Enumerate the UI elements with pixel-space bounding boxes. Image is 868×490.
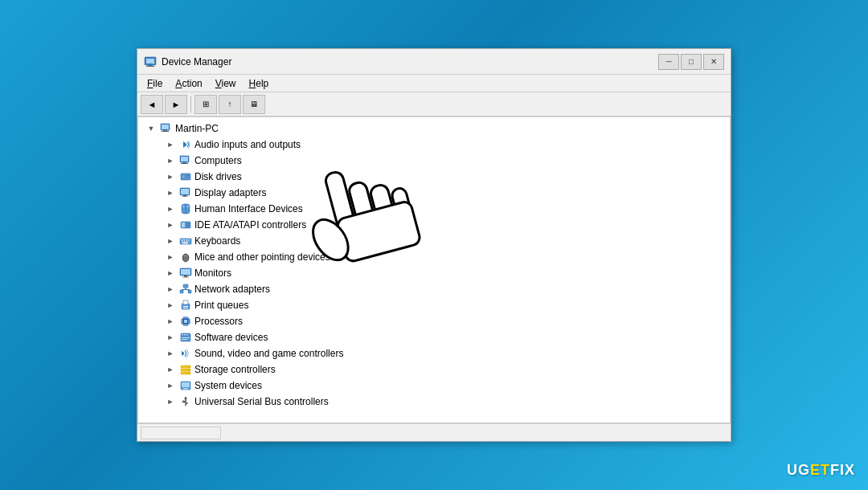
expand-system[interactable]: ► [164, 379, 177, 392]
expand-print[interactable]: ► [164, 299, 177, 312]
tree-item-sound-label: Sound, video and game controllers [194, 348, 343, 359]
tree-item-ide[interactable]: ► IDE ATA/ATAPI controllers [138, 217, 730, 233]
svg-rect-51 [188, 290, 191, 293]
expand-usb[interactable]: ► [164, 395, 177, 408]
system-icon [179, 379, 192, 392]
expand-computers[interactable]: ► [164, 154, 177, 167]
tree-item-processors-label: Processors [194, 316, 243, 327]
tree-item-processors[interactable]: ► [138, 313, 730, 329]
toolbar-forward[interactable]: ► [165, 95, 187, 114]
tree-item-hid[interactable]: ► Human Interface Devices [138, 201, 730, 217]
tree-item-system[interactable]: ► System devices [138, 378, 730, 394]
device-tree: ▼ Martin-PC ► [137, 116, 731, 423]
svg-rect-39 [186, 242, 188, 243]
svg-rect-28 [182, 223, 185, 227]
tree-item-disk-label: Disk drives [194, 171, 242, 182]
svg-rect-17 [186, 175, 189, 176]
svg-rect-46 [181, 269, 190, 275]
menu-file[interactable]: File [141, 76, 169, 91]
tree-item-print-label: Print queues [194, 300, 248, 311]
device-manager-window: Device Manager ─ □ ✕ File Action View He… [137, 48, 731, 442]
maximize-button[interactable]: □ [681, 54, 702, 70]
tree-item-disk[interactable]: ► Disk drives [138, 169, 730, 185]
tree-item-software-label: Software devices [194, 332, 268, 343]
watermark-highlight: ET [810, 462, 830, 478]
computers-icon [179, 154, 192, 167]
svg-rect-59 [181, 304, 182, 305]
toolbar-scan[interactable]: 🖥 [243, 95, 265, 114]
expand-software[interactable]: ► [164, 331, 177, 344]
toolbar-update[interactable]: ↑ [219, 95, 241, 114]
svg-rect-31 [186, 227, 188, 227]
tree-item-software[interactable]: ► Software devices [138, 329, 730, 345]
expand-disk[interactable]: ► [164, 170, 177, 183]
svg-point-44 [185, 255, 187, 256]
toolbar-properties[interactable]: ⊞ [194, 95, 217, 114]
expand-storage[interactable]: ► [164, 363, 177, 376]
expand-ide[interactable]: ► [164, 218, 177, 231]
expand-network[interactable]: ► [164, 283, 177, 296]
tree-item-sound[interactable]: ► Sound, video and game controllers [138, 345, 730, 361]
svg-rect-8 [162, 131, 169, 132]
svg-rect-38 [184, 242, 186, 243]
tree-item-print[interactable]: ► Print queues [138, 297, 730, 313]
status-bar [137, 423, 731, 441]
expand-display[interactable]: ► [164, 186, 177, 199]
expand-keyboards[interactable]: ► [164, 235, 177, 247]
menu-help[interactable]: Help [243, 76, 276, 91]
toolbar-back[interactable]: ◄ [141, 95, 163, 114]
svg-rect-1 [146, 59, 154, 63]
expand-hid[interactable]: ► [164, 202, 177, 215]
expand-mice[interactable]: ► [164, 251, 177, 263]
svg-rect-34 [183, 239, 185, 241]
storage-icon [179, 363, 192, 376]
svg-rect-20 [181, 189, 189, 194]
svg-rect-57 [183, 306, 188, 307]
tree-item-system-label: System devices [194, 380, 262, 391]
tree-item-monitors[interactable]: ► Monitors [138, 265, 730, 281]
svg-rect-30 [186, 225, 190, 226]
svg-rect-40 [182, 243, 188, 244]
menu-action[interactable]: Action [169, 76, 208, 91]
tree-item-computers[interactable]: ► Computers [138, 153, 730, 169]
tree-item-mice[interactable]: ► Mice and other pointing devices [138, 249, 730, 265]
svg-rect-50 [180, 290, 183, 293]
expand-root[interactable]: ▼ [145, 122, 158, 135]
svg-rect-13 [181, 163, 188, 164]
tree-item-display[interactable]: ► Display adapters [138, 185, 730, 201]
svg-rect-79 [186, 334, 188, 336]
tree-item-network[interactable]: ► Network adapters [138, 281, 730, 297]
tree-item-storage[interactable]: ► Storage controllers [138, 361, 730, 378]
tree-item-keyboards[interactable]: ► Keyboards [138, 233, 730, 249]
svg-rect-81 [182, 339, 187, 340]
expand-audio[interactable]: ► [164, 138, 177, 151]
tree-item-network-label: Network adapters [194, 284, 270, 295]
tree-item-usb[interactable]: ► Universal Serial Bus controllers [138, 394, 730, 410]
software-icon [179, 331, 192, 344]
tree-item-computers-label: Computers [194, 155, 242, 166]
close-button[interactable]: ✕ [703, 54, 724, 70]
svg-line-53 [182, 289, 186, 290]
expand-processors[interactable]: ► [164, 315, 177, 328]
svg-rect-3 [146, 66, 154, 67]
svg-rect-11 [181, 157, 188, 161]
svg-point-25 [183, 206, 185, 207]
svg-rect-58 [183, 308, 188, 308]
minimize-button[interactable]: ─ [658, 54, 679, 70]
tree-root[interactable]: ▼ Martin-PC [138, 120, 730, 137]
svg-point-16 [182, 176, 183, 177]
toolbar: ◄ ► ⊞ ↑ 🖥 [137, 92, 731, 116]
ide-icon [179, 218, 192, 231]
tree-root-label: Martin-PC [175, 123, 219, 134]
watermark: UGETFIX [787, 462, 855, 479]
svg-rect-33 [181, 239, 182, 241]
menu-view[interactable]: View [209, 76, 243, 91]
svg-point-85 [188, 366, 190, 368]
print-icon [179, 299, 192, 312]
svg-rect-18 [186, 177, 189, 178]
expand-sound[interactable]: ► [164, 347, 177, 360]
expand-monitors[interactable]: ► [164, 267, 177, 280]
svg-rect-35 [186, 239, 187, 241]
tree-item-audio[interactable]: ► Audio inputs and outputs [138, 137, 730, 153]
svg-rect-78 [184, 334, 186, 336]
